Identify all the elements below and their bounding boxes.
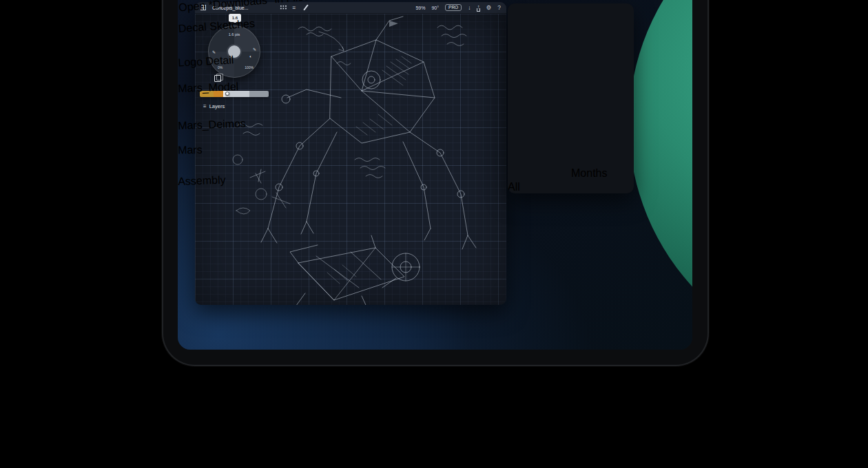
photo-thumbnail-carina-nebula[interactable] xyxy=(508,3,570,66)
drag-thumb-mars-deimos[interactable] xyxy=(178,123,206,140)
pen-tool-icon[interactable] xyxy=(302,4,310,12)
ipad-device: Concepts_blue... ≡ 59% 90° PRO ↓ ↑ ⚙ ? xyxy=(163,0,707,365)
precision-grid-icon[interactable] xyxy=(280,5,287,10)
layers-button[interactable]: ≡ Layers xyxy=(203,103,225,109)
tool-wheel[interactable]: 1.6 pts ✎ ✎ ◐ 0% 100% xyxy=(208,25,260,78)
menu-icon[interactable]: ≡ xyxy=(293,5,296,11)
drag-thumb-mars[interactable] xyxy=(178,152,204,167)
wallpaper-planet xyxy=(629,0,692,350)
photos-tab-all[interactable]: All xyxy=(508,181,570,193)
drag-thumb-mars-model[interactable] xyxy=(178,85,205,111)
drag-thumb-decal-sketches[interactable] xyxy=(178,15,207,45)
brush-icon[interactable]: ✎ xyxy=(212,50,216,54)
drag-thumb-logo-detail[interactable] xyxy=(178,54,203,74)
layers-label: Layers xyxy=(209,103,225,109)
drag-thumb-assembly[interactable] xyxy=(178,178,206,202)
ipad-screen: Concepts_blue... ≡ 59% 90° PRO ↓ ↑ ⚙ ? xyxy=(178,0,692,350)
page-background: Concepts_blue... ≡ 59% 90° PRO ↓ ↑ ⚙ ? xyxy=(0,0,868,468)
stroke-size-label: 1.6 pts xyxy=(209,32,260,36)
pen-icon[interactable]: ✎ xyxy=(253,47,256,52)
opacity-max-label: 100% xyxy=(245,65,254,70)
